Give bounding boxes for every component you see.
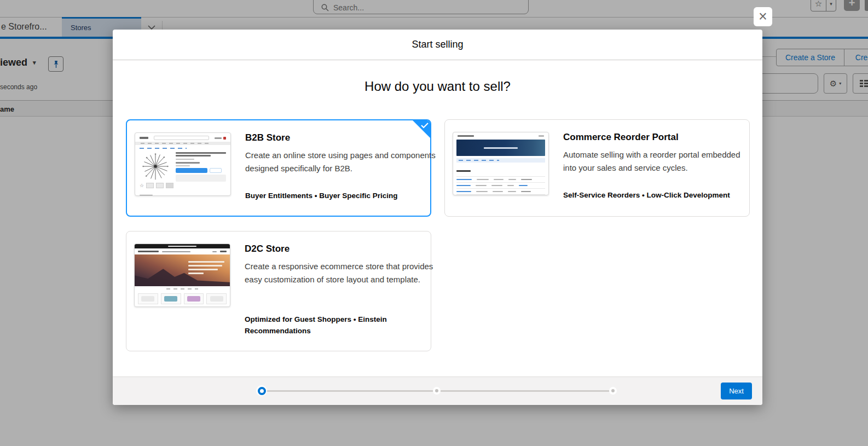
progress-step-3: [609, 387, 617, 395]
card-commerce-reorder-portal[interactable]: Commerce Reorder Portal Automate selling…: [444, 119, 750, 217]
close-icon: ×: [759, 9, 767, 24]
card-description: Create a responsive ecommerce store that…: [245, 260, 436, 286]
card-description: Automate selling with a reorder portal e…: [563, 148, 755, 175]
card-title: B2B Store: [245, 132, 437, 143]
modal-title: Start selling: [113, 30, 762, 60]
check-icon: [420, 122, 429, 129]
b2b-store-thumbnail: ☆: [135, 132, 231, 196]
card-title: Commerce Reorder Portal: [563, 132, 755, 143]
card-title: D2C Store: [245, 244, 436, 254]
d2c-store-thumbnail: [134, 244, 230, 307]
screen: ☆ ▾ + e Storefro... Stores iewed ▾: [0, 0, 868, 446]
card-highlights: Self-Service Reorders • Low-Click Develo…: [563, 189, 755, 201]
progress-step-1-active: [256, 385, 267, 396]
card-highlights: Optimized for Guest Shoppers • Einstein …: [245, 314, 436, 337]
start-selling-modal: Start selling How do you want to sell?: [113, 30, 762, 405]
modal-footer: Next: [113, 377, 762, 405]
modal-question: How do you want to sell?: [113, 79, 762, 94]
progress-step-2: [433, 387, 441, 395]
chandelier-product-image: [140, 151, 171, 182]
card-b2b-store[interactable]: ☆ B2B Store Create an online store using…: [126, 119, 431, 217]
card-highlights: Buyer Entitlements • Buyer Specific Pric…: [245, 190, 437, 201]
card-d2c-store[interactable]: D2C Store Create a responsive ecommerce …: [126, 231, 431, 351]
modal-close-button[interactable]: ×: [754, 7, 772, 26]
hero-image: [135, 254, 230, 286]
reorder-portal-thumbnail: [453, 132, 549, 195]
card-description: Create an online store using pages and c…: [245, 149, 437, 175]
next-button[interactable]: Next: [721, 383, 752, 399]
